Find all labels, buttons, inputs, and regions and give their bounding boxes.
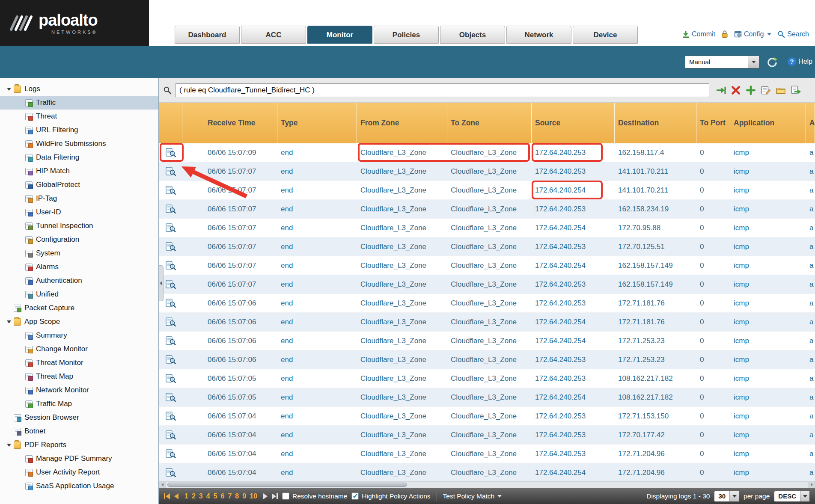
log-detail-button[interactable] (164, 467, 177, 478)
tab-device[interactable]: Device (573, 26, 638, 44)
column-header-to-zone[interactable]: To Zone (447, 103, 532, 143)
export-logs-icon[interactable] (790, 85, 801, 96)
sidebar-item-threat-monitor[interactable]: Threat Monitor (0, 356, 158, 370)
refresh-button[interactable] (766, 56, 778, 68)
log-detail-button[interactable] (164, 166, 177, 177)
log-row[interactable]: 06/06 15:07:06endCloudflare_L3_ZoneCloud… (159, 313, 815, 332)
expand-arrow-icon[interactable] (4, 320, 14, 323)
log-row[interactable]: 06/06 15:07:04endCloudflare_L3_ZoneCloud… (159, 407, 815, 426)
log-detail-button[interactable] (164, 448, 177, 460)
page-number-3[interactable]: 3 (199, 492, 203, 500)
column-header-to-port[interactable]: To Port (696, 103, 730, 143)
config-menu-button[interactable]: Config (734, 30, 771, 38)
sidebar-item-app-scope[interactable]: App Scope (0, 315, 158, 329)
sidebar-item-configuration[interactable]: Configuration (0, 233, 158, 246)
log-detail-button[interactable] (164, 185, 177, 196)
sidebar-item-url-filtering[interactable]: URL Filtering (0, 123, 158, 137)
sidebar-item-tunnel-inspection[interactable]: Tunnel Inspection (0, 219, 158, 233)
log-row[interactable]: 06/06 15:07:07endCloudflare_L3_ZoneCloud… (159, 275, 815, 294)
scroll-left-icon[interactable] (159, 482, 166, 488)
sidebar-item-change-monitor[interactable]: Change Monitor (0, 342, 158, 356)
page-number-9[interactable]: 9 (242, 492, 246, 500)
page-number-6[interactable]: 6 (221, 492, 225, 500)
sidebar-item-network-monitor[interactable]: Network Monitor (0, 383, 158, 397)
scrollbar-thumb[interactable] (167, 483, 407, 487)
filter-query-input[interactable] (175, 83, 709, 97)
column-header-blank[interactable] (159, 103, 182, 143)
page-number-10[interactable]: 10 (250, 492, 257, 500)
log-row[interactable]: 06/06 15:07:07endCloudflare_L3_ZoneCloud… (159, 256, 815, 275)
log-row[interactable]: 06/06 15:07:07endCloudflare_L3_ZoneCloud… (159, 162, 815, 181)
horizontal-scrollbar[interactable] (159, 481, 815, 488)
sidebar-item-manage-pdf-summary[interactable]: Manage PDF Summary (0, 452, 158, 465)
refresh-mode-dropdown-icon[interactable] (748, 56, 759, 68)
log-row[interactable]: 06/06 15:07:06endCloudflare_L3_ZoneCloud… (159, 294, 815, 313)
sidebar-item-unified[interactable]: Unified (0, 288, 158, 301)
load-filter-icon[interactable] (775, 85, 786, 96)
log-row[interactable]: 06/06 15:07:07endCloudflare_L3_ZoneCloud… (159, 200, 815, 219)
tab-policies[interactable]: Policies (374, 26, 439, 44)
sidebar-item-alarms[interactable]: Alarms (0, 260, 158, 274)
sidebar-item-summary[interactable]: Summary (0, 329, 158, 342)
log-row[interactable]: 06/06 15:07:04endCloudflare_L3_ZoneCloud… (159, 426, 815, 445)
log-detail-button[interactable] (164, 298, 177, 309)
search-button[interactable]: Search (777, 30, 809, 38)
column-header-destination[interactable]: Destination (615, 103, 696, 143)
log-row[interactable]: 06/06 15:07:06endCloudflare_L3_ZoneCloud… (159, 332, 815, 350)
sidebar-item-traffic-map[interactable]: Traffic Map (0, 397, 158, 411)
page-number-7[interactable]: 7 (228, 492, 232, 500)
sidebar-item-threat-map[interactable]: Threat Map (0, 370, 158, 383)
per-page-select[interactable]: 30 (714, 491, 739, 502)
first-page-button[interactable] (164, 493, 170, 499)
log-detail-button[interactable] (164, 411, 177, 422)
sidebar-item-threat[interactable]: Threat (0, 110, 158, 123)
log-row[interactable]: 06/06 15:07:07endCloudflare_L3_ZoneCloud… (159, 181, 815, 200)
log-detail-button[interactable] (164, 335, 177, 347)
sidebar-item-traffic[interactable]: Traffic (0, 96, 158, 110)
highlight-policy-checkbox[interactable] (351, 492, 359, 500)
page-number-2[interactable]: 2 (192, 492, 196, 500)
sidebar-item-saas-application-usage[interactable]: SaaS Application Usage (0, 479, 158, 493)
add-filter-icon[interactable] (745, 85, 756, 96)
column-header-blank[interactable] (182, 103, 204, 143)
sidebar-item-globalprotect[interactable]: GlobalProtect (0, 178, 158, 192)
last-page-button[interactable] (272, 493, 278, 499)
sidebar-item-wildfire-submissions[interactable]: WildFire Submissions (0, 137, 158, 151)
log-detail-button[interactable] (164, 354, 177, 365)
lock-icon[interactable] (721, 30, 728, 38)
refresh-mode-select[interactable]: Manual (685, 56, 759, 68)
log-row[interactable]: 06/06 15:07:05endCloudflare_L3_ZoneCloud… (159, 369, 815, 388)
sort-order-select[interactable]: DESC (774, 491, 810, 502)
sidebar-item-pdf-reports[interactable]: PDF Reports (0, 438, 158, 452)
page-number-1[interactable]: 1 (184, 492, 188, 500)
log-detail-button[interactable] (164, 241, 177, 252)
tab-dashboard[interactable]: Dashboard (175, 26, 240, 44)
clear-filter-icon[interactable] (730, 85, 741, 96)
column-header-receive-time[interactable]: Receive Time (204, 103, 277, 143)
log-row[interactable]: 06/06 15:07:07endCloudflare_L3_ZoneCloud… (159, 237, 815, 256)
log-row[interactable]: 06/06 15:07:06endCloudflare_L3_ZoneCloud… (159, 350, 815, 369)
log-row[interactable]: 06/06 15:07:09endCloudflare_L3_ZoneCloud… (159, 143, 815, 162)
log-detail-button[interactable] (164, 222, 177, 234)
log-row[interactable]: 06/06 15:07:07endCloudflare_L3_ZoneCloud… (159, 219, 815, 237)
log-detail-button[interactable] (164, 204, 177, 215)
log-detail-button[interactable] (164, 317, 177, 328)
previous-page-button[interactable] (174, 493, 178, 499)
tab-monitor[interactable]: Monitor (307, 26, 372, 44)
sidebar-item-user-activity-report[interactable]: User Activity Report (0, 465, 158, 479)
scroll-right-icon[interactable] (808, 482, 815, 488)
column-header-type[interactable]: Type (277, 103, 357, 143)
expand-arrow-icon[interactable] (4, 88, 14, 91)
log-row[interactable]: 06/06 15:07:04endCloudflare_L3_ZoneCloud… (159, 445, 815, 463)
column-header-from-zone[interactable]: From Zone (357, 103, 447, 143)
sidebar-item-ip-tag[interactable]: IP-Tag (0, 192, 158, 205)
sidebar-item-system[interactable]: System (0, 246, 158, 260)
column-header-application[interactable]: Application (730, 103, 806, 143)
column-header-source[interactable]: Source (532, 103, 615, 143)
sidebar-item-user-id[interactable]: User-ID (0, 205, 158, 219)
sidebar-item-logs[interactable]: Logs (0, 82, 158, 96)
sidebar-item-data-filtering[interactable]: Data Filtering (0, 151, 158, 164)
sidebar-item-packet-capture[interactable]: Packet Capture (0, 301, 158, 315)
test-policy-match-button[interactable]: Test Policy Match (443, 492, 502, 500)
log-row[interactable]: 06/06 15:07:05endCloudflare_L3_ZoneCloud… (159, 388, 815, 407)
